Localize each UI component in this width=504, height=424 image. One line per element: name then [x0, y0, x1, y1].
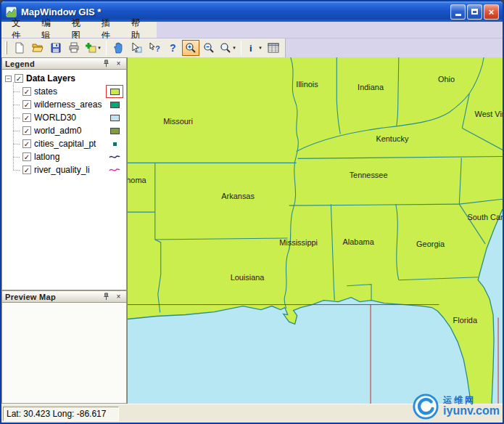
- layer-symbol-fill-icon[interactable]: [107, 99, 122, 110]
- layer-visibility-checkbox[interactable]: ✓: [22, 87, 31, 96]
- layer-symbol-point-icon[interactable]: [107, 139, 122, 149]
- zoom-mode-button[interactable]: ▼: [218, 40, 238, 56]
- help-cursor-icon: ?: [149, 42, 160, 54]
- close-icon: ×: [117, 293, 121, 301]
- layer-symbol-line-icon[interactable]: [107, 165, 122, 175]
- legend-pin-button[interactable]: [102, 59, 111, 68]
- add-layer-icon: [85, 42, 96, 54]
- question-icon: ?: [167, 42, 178, 54]
- layer-visibility-checkbox[interactable]: ✓: [22, 100, 31, 109]
- legend-layer-row[interactable]: ✓river_quality_li: [4, 163, 126, 176]
- svg-text:?: ?: [170, 42, 176, 54]
- open-button[interactable]: [29, 40, 46, 56]
- layer-label: WORLD30: [34, 113, 104, 123]
- root-label: Data Layers: [26, 73, 75, 83]
- new-button[interactable]: [11, 40, 28, 56]
- save-icon: [50, 42, 62, 54]
- toolbar-filler: [286, 38, 503, 57]
- legend-layer-row[interactable]: ✓states: [4, 85, 126, 98]
- layer-symbol-fill-icon[interactable]: [107, 126, 122, 136]
- layer-visibility-checkbox[interactable]: ✓: [22, 126, 31, 135]
- legend-layer-row[interactable]: ✓world_adm0: [4, 124, 126, 137]
- state-label: Mississippi: [279, 238, 318, 247]
- legend-layer-row[interactable]: ✓cities_capital_pt: [4, 137, 126, 150]
- map-canvas[interactable]: IllinoisIndianaOhioWest VirgMissouriKent…: [128, 57, 503, 404]
- zoom-in-button[interactable]: [182, 40, 199, 56]
- maximize-button[interactable]: [467, 4, 482, 20]
- legend-tree: − ✓ Data Layers ✓states✓wilderness_areas…: [1, 70, 127, 290]
- open-folder-icon: [32, 42, 44, 54]
- watermark-domain: iyunv.com: [443, 405, 500, 417]
- layer-label: world_adm0: [34, 126, 104, 136]
- zoom-out-button[interactable]: [200, 40, 218, 56]
- toolbar-grip[interactable]: [5, 41, 7, 54]
- legend-close-button[interactable]: ×: [114, 59, 123, 68]
- legend-root-row[interactable]: − ✓ Data Layers: [4, 72, 126, 85]
- add-layer-dropdown-icon: ▼: [97, 46, 102, 50]
- select-button[interactable]: [128, 40, 145, 56]
- toolbar-separator: [106, 41, 107, 55]
- zoom-out-icon: [203, 42, 215, 54]
- state-label: Georgia: [416, 240, 445, 248]
- close-button[interactable]: ×: [484, 4, 499, 20]
- root-checkbox[interactable]: ✓: [15, 74, 23, 83]
- state-label: Arkansas: [221, 192, 255, 200]
- layer-visibility-checkbox[interactable]: ✓: [22, 113, 31, 122]
- help-button[interactable]: ?: [164, 40, 181, 56]
- svg-text:i: i: [249, 43, 252, 54]
- preview-map-area[interactable]: [1, 303, 127, 404]
- info-button[interactable]: i ▼: [244, 40, 264, 56]
- info-dropdown-icon: ▼: [258, 46, 263, 50]
- tree-connector: [13, 131, 20, 131]
- layer-visibility-checkbox[interactable]: ✓: [22, 152, 31, 161]
- watermark-logo-icon: [412, 393, 439, 420]
- zoom-mode-dropdown-icon: ▼: [232, 46, 236, 50]
- layer-visibility-checkbox[interactable]: ✓: [22, 166, 31, 174]
- state-label: Ohio: [438, 75, 455, 83]
- layer-symbol-fill-icon[interactable]: [107, 86, 122, 97]
- save-button[interactable]: [47, 40, 65, 56]
- pan-hand-icon: [112, 42, 124, 54]
- toolbar-row: ▼ ? ? ▼: [1, 38, 503, 57]
- app-window: MapWindow GIS * × 文件编辑视图插件帮助: [0, 0, 504, 424]
- tree-collapse-icon[interactable]: −: [5, 76, 12, 82]
- zoom-in-icon: [185, 42, 197, 54]
- legend-layer-row[interactable]: ✓WORLD30: [4, 111, 126, 124]
- pan-button[interactable]: [110, 40, 127, 56]
- map-viewport[interactable]: IllinoisIndianaOhioWest VirgMissouriKent…: [128, 57, 503, 404]
- watermark-cn-name: 运维网: [443, 396, 500, 405]
- layer-symbol-fill-icon[interactable]: [107, 113, 122, 123]
- state-label: Alabama: [343, 237, 375, 246]
- watermark: 运维网 iyunv.com: [412, 393, 500, 420]
- layer-symbol-line-icon[interactable]: [107, 152, 122, 162]
- close-icon: ×: [117, 60, 121, 68]
- tree-connector: [13, 105, 20, 105]
- preview-pin-button[interactable]: [102, 292, 111, 301]
- select-cursor-icon: [131, 42, 142, 54]
- preview-panel-header: Preview Map ×: [1, 290, 127, 303]
- tree-connector: [13, 144, 20, 144]
- layer-label: river_quality_li: [34, 165, 104, 175]
- coordinates-readout: Lat: 30.423 Long: -86.617: [3, 407, 119, 421]
- state-label: Tennessee: [350, 171, 388, 179]
- layer-visibility-checkbox[interactable]: ✓: [22, 139, 31, 148]
- print-button[interactable]: [65, 40, 83, 56]
- toolbar-separator: [241, 41, 241, 55]
- add-layer-button[interactable]: ▼: [83, 40, 103, 56]
- pin-icon: [102, 60, 110, 68]
- minimize-button[interactable]: [450, 4, 466, 20]
- state-label: West Virg: [475, 110, 503, 118]
- legend-layer-row[interactable]: ✓latlong: [4, 150, 126, 163]
- tree-connector: [13, 157, 20, 158]
- attribute-table-button[interactable]: [265, 40, 282, 56]
- menu-strip: 文件编辑视图插件帮助: [1, 22, 157, 38]
- toolbar: ▼ ? ? ▼: [1, 38, 286, 57]
- state-label: Missouri: [163, 117, 193, 126]
- legend-layer-row[interactable]: ✓wilderness_areas: [4, 98, 126, 111]
- tree-connector: [13, 91, 20, 92]
- identify-help-button[interactable]: ?: [146, 40, 163, 56]
- legend-layer-list: ✓states✓wilderness_areas✓WORLD30✓world_a…: [4, 85, 126, 176]
- preview-close-button[interactable]: ×: [114, 292, 123, 301]
- menu-bar: 文件编辑视图插件帮助: [1, 22, 503, 38]
- state-label: South Caro: [467, 213, 503, 221]
